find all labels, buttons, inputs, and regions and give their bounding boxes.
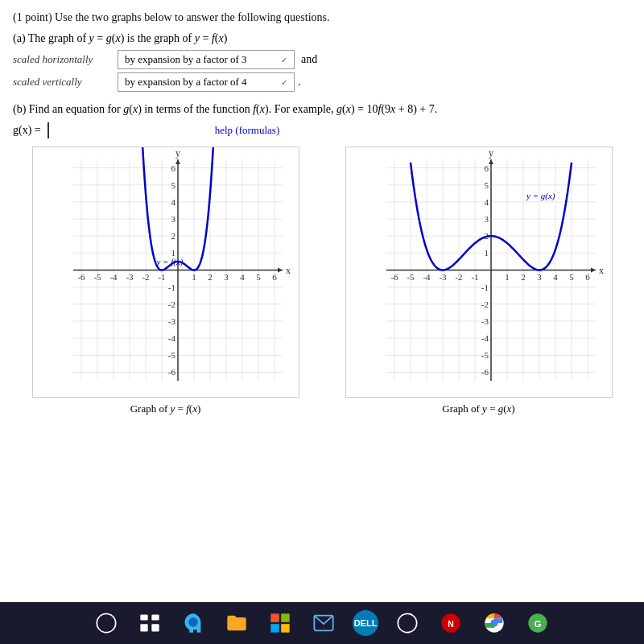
graph-gx-wrapper: Graph of y = g(x) <box>345 147 613 415</box>
svg-text:N: N <box>448 619 454 629</box>
graph-fx-wrapper: Graph of y = f(x) <box>32 147 299 415</box>
graph-gx-label: Graph of y = g(x) <box>442 402 514 415</box>
svg-point-5 <box>188 617 198 627</box>
row-vertical: scaled vertically by expansion by a fact… <box>13 72 631 92</box>
and-text: and <box>301 53 317 66</box>
row-horizontal: scaled horizontally by expansion by a fa… <box>13 50 631 69</box>
graph-gx-canvas <box>345 147 613 398</box>
part-a-label: (a) <box>13 32 28 44</box>
dropdown-horizontal-value: by expansion by a factor of 3 <box>125 53 247 66</box>
chevron-down-icon: ✓ <box>281 56 287 64</box>
svg-rect-2 <box>151 615 159 621</box>
cortana-icon[interactable] <box>393 609 422 638</box>
explorer-icon[interactable] <box>222 609 251 638</box>
part-b-description: (b) Find an equation for g(x) in terms o… <box>13 101 631 118</box>
help-link[interactable]: help (formulas) <box>215 124 280 137</box>
row-vertical-label: scaled vertically <box>13 76 118 89</box>
start-button[interactable] <box>92 609 121 638</box>
part-b-input-row: g(x) = help (formulas) <box>13 122 631 138</box>
svg-point-11 <box>398 613 416 632</box>
taskview-button[interactable] <box>135 609 164 638</box>
graph-fx-canvas <box>32 147 299 398</box>
graphs-container: Graph of y = f(x) Graph of y = g(x) <box>13 147 631 415</box>
chevron-down-icon-2: ✓ <box>281 78 287 87</box>
question-header: (1 point) Use the two graphs below to an… <box>13 11 631 24</box>
graph-fx-label: Graph of y = f(x) <box>130 402 201 415</box>
gx-label: g(x) = <box>13 124 41 137</box>
norton-icon[interactable]: N <box>436 609 465 638</box>
gx-input[interactable] <box>47 122 208 138</box>
part-b: (b) Find an equation for g(x) in terms o… <box>13 101 631 138</box>
mail-icon[interactable] <box>309 609 338 638</box>
main-content: (1 point) Use the two graphs below to an… <box>0 0 644 602</box>
dell-icon[interactable]: DELL <box>353 610 378 636</box>
period-text: . <box>298 76 301 89</box>
svg-text:G: G <box>534 618 541 629</box>
svg-point-0 <box>97 613 115 632</box>
svg-rect-4 <box>151 624 159 631</box>
svg-rect-7 <box>281 613 290 622</box>
svg-rect-6 <box>270 613 279 622</box>
gamepad-icon[interactable]: G <box>523 609 552 638</box>
svg-rect-3 <box>140 624 147 631</box>
dropdown-vertical-value: by expansion by a factor of 4 <box>125 76 247 89</box>
row-horizontal-label: scaled horizontally <box>13 53 118 66</box>
dropdown-vertical[interactable]: by expansion by a factor of 4 ✓ <box>118 72 295 92</box>
chrome-icon[interactable] <box>480 609 509 638</box>
svg-rect-9 <box>281 624 290 633</box>
taskbar: DELL N G <box>0 602 644 644</box>
edge-icon[interactable] <box>179 609 208 638</box>
dropdown-horizontal[interactable]: by expansion by a factor of 3 ✓ <box>118 50 295 69</box>
svg-rect-1 <box>140 615 147 621</box>
part-a: (a) The graph of y = g(x) is the graph o… <box>13 32 631 92</box>
svg-rect-8 <box>270 624 279 633</box>
part-a-title: (a) The graph of y = g(x) is the graph o… <box>13 32 631 45</box>
windows-icon[interactable] <box>266 609 295 638</box>
